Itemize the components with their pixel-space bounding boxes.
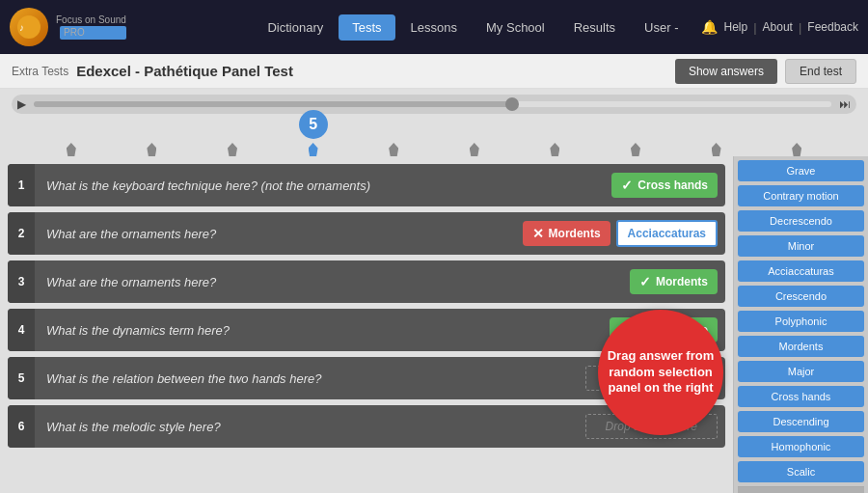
dot-5[interactable] bbox=[309, 143, 318, 156]
question-number: 6 bbox=[8, 405, 35, 448]
logo-area: ♪ Focus on Sound PRO bbox=[10, 8, 126, 46]
question-row: 3 What are the ornaments here? ✓ Mordent… bbox=[8, 260, 725, 303]
svg-text:♪: ♪ bbox=[19, 22, 24, 33]
answer-badge-wrong: ✕ Mordents bbox=[523, 221, 610, 246]
nav-results[interactable]: Results bbox=[560, 14, 629, 41]
end-test-button[interactable]: End test bbox=[785, 59, 856, 84]
question-number: 4 bbox=[8, 309, 35, 351]
sidebar-answer-button[interactable]: Decrescendo bbox=[738, 210, 864, 232]
answer-label: Mordents bbox=[549, 227, 601, 240]
test-title: Edexcel - Pathétique Panel Test bbox=[76, 63, 293, 79]
dot-10[interactable] bbox=[712, 143, 721, 156]
question-text: What are the ornaments here? bbox=[35, 227, 515, 241]
subheader-right: Show answers End test bbox=[675, 59, 856, 84]
sidebar-answer-button[interactable]: Acciaccaturas bbox=[738, 260, 864, 282]
subheader-left: Extra Tests Edexcel - Pathétique Panel T… bbox=[12, 63, 293, 79]
check-icon: ✓ bbox=[621, 178, 633, 193]
sidebar-answer-button[interactable]: Homophonic bbox=[738, 436, 864, 457]
feedback-link[interactable]: Feedback bbox=[807, 20, 858, 34]
dot-5-wrapper: 5 bbox=[309, 143, 318, 156]
nav-lessons[interactable]: Lessons bbox=[397, 14, 471, 41]
subheader: Extra Tests Edexcel - Pathétique Panel T… bbox=[0, 54, 868, 89]
sidebar-answer-button[interactable]: Grave bbox=[738, 160, 864, 181]
progress-track[interactable] bbox=[34, 101, 831, 107]
sidebar: GraveContrary motionDecrescendoMinorAcci… bbox=[733, 156, 868, 493]
nav-dictionary[interactable]: Dictionary bbox=[254, 14, 337, 41]
extra-tests-label: Extra Tests bbox=[12, 65, 68, 78]
questions-area: 1 What is the keyboard technique here? (… bbox=[0, 156, 733, 493]
dots-row: 5 bbox=[0, 116, 868, 156]
answer-label: Cross hands bbox=[637, 178, 708, 192]
x-icon: ✕ bbox=[532, 226, 544, 241]
question-number: 3 bbox=[8, 260, 35, 303]
drag-bubble-text: Drag answer from random selection panel … bbox=[598, 348, 723, 397]
question-row: 2 What are the ornaments here? ✕ Mordent… bbox=[8, 212, 725, 255]
question-text: What is the keyboard technique here? (no… bbox=[35, 178, 604, 193]
sidebar-answer-button[interactable]: Mordents bbox=[738, 336, 864, 357]
answer-badge-correct: ✓ Cross hands bbox=[611, 173, 718, 198]
answer-badge-correct: ✓ Mordents bbox=[630, 269, 718, 294]
sidebar-footer: Drag answers to the correct question bbox=[738, 486, 864, 493]
bell-icon: 🔔 bbox=[701, 19, 718, 35]
dot-7[interactable] bbox=[470, 143, 479, 156]
check-icon: ✓ bbox=[639, 274, 651, 289]
active-dot-number: 5 bbox=[299, 110, 328, 139]
answer-label: Mordents bbox=[656, 275, 708, 288]
progress-thumb bbox=[505, 97, 519, 111]
sidebar-answer-button[interactable]: Scalic bbox=[738, 461, 864, 482]
logo-icon: ♪ bbox=[10, 8, 48, 46]
play-button[interactable]: ▶ bbox=[17, 97, 26, 111]
dot-11[interactable] bbox=[792, 143, 801, 156]
question-number: 1 bbox=[8, 164, 35, 206]
header-right: 🔔 Help | About | Feedback bbox=[701, 19, 858, 35]
dot-3[interactable] bbox=[228, 143, 237, 156]
dots-container: 5 bbox=[12, 143, 856, 156]
question-answer: ✓ Mordents bbox=[622, 269, 725, 294]
sidebar-answer-button[interactable]: Cross hands bbox=[738, 386, 864, 407]
about-link[interactable]: About bbox=[763, 20, 793, 34]
sidebar-answer-button[interactable]: Polyphonic bbox=[738, 311, 864, 332]
dot-2[interactable] bbox=[147, 143, 156, 156]
question-text: What are the ornaments here? bbox=[35, 275, 622, 289]
question-answer: ✕ Mordents Acciaccaturas bbox=[515, 220, 725, 247]
show-answers-button[interactable]: Show answers bbox=[675, 59, 777, 84]
sidebar-answer-button[interactable]: Crescendo bbox=[738, 286, 864, 307]
question-text: What is the dynamics term here? bbox=[35, 323, 602, 338]
dot-6[interactable] bbox=[389, 143, 398, 156]
sidebar-answers: GraveContrary motionDecrescendoMinorAcci… bbox=[738, 160, 864, 482]
progress-area: ▶ ⏭ bbox=[0, 89, 868, 116]
nav-my-school[interactable]: My School bbox=[473, 14, 558, 41]
question-row: 1 What is the keyboard technique here? (… bbox=[8, 164, 725, 206]
question-number: 2 bbox=[8, 212, 35, 255]
help-link[interactable]: Help bbox=[723, 20, 747, 34]
question-number: 5 bbox=[8, 357, 35, 399]
dot-8[interactable] bbox=[550, 143, 559, 156]
question-answer: ✓ Cross hands bbox=[604, 173, 725, 198]
sidebar-answer-button[interactable]: Contrary motion bbox=[738, 185, 864, 206]
extra-answer: Acciaccaturas bbox=[616, 220, 718, 247]
question-text: What is the melodic style here? bbox=[35, 420, 578, 434]
question-text: What is the relation between the two han… bbox=[35, 371, 578, 386]
sidebar-answer-button[interactable]: Minor bbox=[738, 235, 864, 257]
dot-9[interactable] bbox=[631, 143, 640, 156]
progress-bar: ▶ ⏭ bbox=[12, 95, 856, 114]
app-header: ♪ Focus on Sound PRO Dictionary Tests Le… bbox=[0, 0, 868, 54]
skip-button[interactable]: ⏭ bbox=[839, 97, 851, 111]
nav-tests[interactable]: Tests bbox=[339, 14, 394, 41]
main-nav: Dictionary Tests Lessons My School Resul… bbox=[254, 14, 692, 41]
sidebar-answer-button[interactable]: Major bbox=[738, 361, 864, 382]
main-content: 1 What is the keyboard technique here? (… bbox=[0, 156, 868, 493]
sidebar-answer-button[interactable]: Descending bbox=[738, 411, 864, 432]
nav-user[interactable]: User - bbox=[631, 14, 692, 41]
logo-text: Focus on Sound PRO bbox=[56, 14, 126, 40]
dot-1[interactable] bbox=[67, 143, 76, 156]
drag-bubble: Drag answer from random selection panel … bbox=[598, 310, 723, 435]
